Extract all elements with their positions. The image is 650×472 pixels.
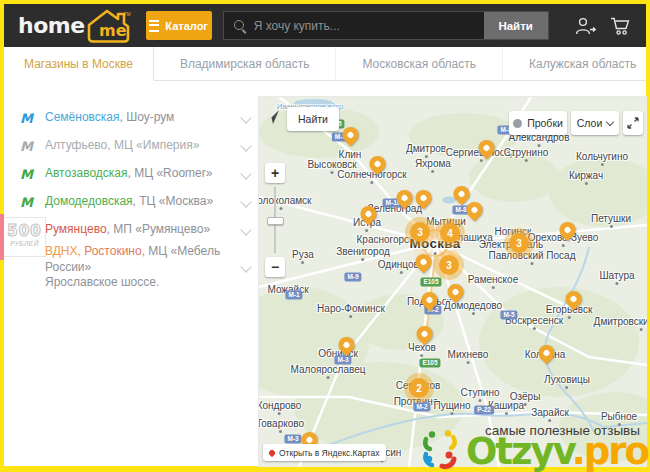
road-badge: М-9 [344,272,361,281]
chevron-down-icon[interactable] [240,262,251,273]
map-store-pin[interactable] [416,254,433,275]
map-city-label: Павловский Посад [488,250,575,265]
pin-icon [413,323,436,346]
metro-icon: М [20,139,36,154]
page: home me TM Каталог Найти [0,0,650,472]
chevron-down-icon[interactable] [240,140,251,151]
pin-icon [562,288,585,311]
chevron-down-icon[interactable] [240,224,251,235]
map-find-button[interactable]: Найти [287,107,339,131]
region-tab-0[interactable]: Магазины в Москве [4,47,154,81]
road-badge: Р-22 [474,405,494,414]
map-city-label: Кольчугино [576,151,628,166]
store-list-item[interactable]: МАлтуфьево, МЦ «Империя» [20,132,252,160]
traffic-label: Пробки [527,117,563,129]
cluster-count: 3 [410,222,430,242]
map-cluster-marker[interactable]: 2 [404,373,434,403]
yandex-map[interactable]: Иваньковское вдхр.ВолоколамскКлинВысоков… [258,96,647,467]
geolocation-icon[interactable] [263,108,281,126]
store-label: Автозаводская, МЦ «Roomer» [45,166,234,182]
otzyv-logo-icon [420,428,460,470]
traffic-icon [513,119,522,128]
pin-icon [335,334,358,357]
road-badge: М-5 [500,310,517,319]
map-cluster-marker[interactable]: 4 [435,218,465,248]
search-submit-button[interactable]: Найти [484,12,548,39]
map-store-pin[interactable] [479,140,496,161]
catalog-button[interactable]: Каталог [146,11,212,40]
map-city-label: Раменское [468,274,518,289]
pin-icon [444,281,467,304]
map-store-pin[interactable] [560,222,577,243]
map-store-pin[interactable] [566,291,583,312]
catalog-label: Каталог [165,20,208,32]
search-input[interactable] [224,12,484,39]
map-store-pin[interactable] [417,326,434,347]
chevron-down-icon [606,118,614,126]
map-city-label: Дмитров [406,143,446,158]
map-cluster-marker[interactable]: 3 [434,250,464,280]
store-list: МСемёновская, Шоу-румМАлтуфьево, МЦ «Имп… [20,104,252,291]
map-store-pin[interactable] [361,206,378,227]
store-label: Семёновская, Шоу-рум [45,110,234,126]
brand-pro: .pro [572,430,648,472]
map-cluster-marker[interactable]: 3 [504,228,534,258]
store-list-item[interactable]: ВДНХ, Ростокино, МЦ «Мебель России»Яросл… [20,244,252,291]
map-store-pin[interactable] [416,190,433,211]
store-label: Румянцево, МП «Румянцево» [45,222,234,238]
road-badge: Е105 [419,358,440,367]
map-store-pin[interactable] [448,284,465,305]
chevron-down-icon[interactable] [240,196,251,207]
map-city-label: Товарково [258,418,304,433]
region-tab-1[interactable]: Владимирская область [154,47,336,80]
chevron-down-icon[interactable] [240,168,251,179]
map-city-label: Волоколамск [258,195,312,210]
cluster-count: 3 [439,255,459,275]
store-list-item[interactable]: МАвтозаводская, МЦ «Roomer» [20,160,252,188]
map-store-pin[interactable] [397,190,414,211]
otzyv-pro-logo: Otzyv.pro [466,433,648,470]
map-store-pin[interactable] [370,156,387,177]
header-icons [574,16,632,36]
map-pin-icon [268,448,276,456]
map-store-pin[interactable] [339,337,356,358]
promo-500-badge[interactable]: 500 РУБЛЕЙ [4,217,46,257]
promo-amount: 500 [4,222,45,240]
account-login-icon[interactable] [574,16,598,36]
region-tab-3[interactable]: Калужская область [503,47,650,80]
map-store-pin[interactable] [467,202,484,223]
layers-button[interactable]: Слои [571,111,619,135]
zoom-out-button[interactable]: − [265,257,285,277]
store-label: Домодедовская, ТЦ «Москва» [45,194,234,210]
region-tab-2[interactable]: Московская область [336,47,503,80]
promo-currency: РУБЛЕЙ [4,240,45,247]
traffic-button[interactable]: Пробки [509,111,567,135]
road-badge: М-3 [284,434,301,443]
map-store-pin[interactable] [539,345,556,366]
map-city-label: Петушки [591,213,631,228]
map-city-label: Киржач [569,170,603,185]
search-icon [234,20,244,30]
store-list-item[interactable]: МРумянцево, МП «Румянцево» [20,216,252,244]
chevron-down-icon[interactable] [240,112,251,123]
homeme-logo[interactable]: home me TM [18,8,133,44]
brand-otzyv: Otzyv [466,430,572,472]
zoom-slider-handle[interactable] [267,217,284,225]
map-city-label: Дмитровский Погост [594,316,647,331]
map-cluster-marker[interactable]: 3 [405,217,435,247]
fullscreen-button[interactable] [623,111,643,135]
region-tabs: Магазины в МосквеВладимирская областьМос… [4,47,646,81]
store-list-item[interactable]: МСемёновская, Шоу-рум [20,104,252,132]
zoom-in-button[interactable]: + [265,163,285,183]
search-bar: Найти [223,11,549,40]
map-store-pin[interactable] [343,127,360,148]
store-list-item[interactable]: МДомодедовская, ТЦ «Москва» [20,188,252,216]
cart-icon[interactable] [610,16,632,36]
map-city-label: Михнево [448,349,489,364]
logo-tm: TM [124,12,131,17]
map-city-label: Озёры [510,391,541,406]
map-store-pin[interactable] [422,292,439,313]
pin-icon [366,153,389,176]
open-in-yandex-maps-button[interactable]: Открыть в Яндекс.Картах [263,444,386,461]
road-badge: М-1 [285,290,302,299]
